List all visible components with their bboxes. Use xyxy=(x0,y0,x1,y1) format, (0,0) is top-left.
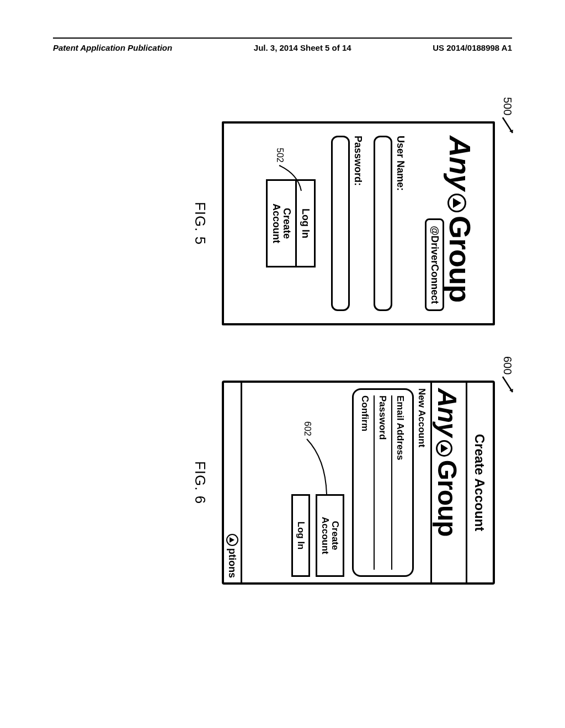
brand-any: Any xyxy=(443,136,477,190)
ref-500-pointer: 500 xyxy=(500,97,515,138)
options-bar[interactable]: ptions xyxy=(224,383,242,582)
login-screen: Any Group @DriverConnect User Name: Pass… xyxy=(222,121,495,325)
ref-600-pointer: 600 xyxy=(500,356,515,398)
figure-5: 500 Any Group @DriverConnect User Name: … xyxy=(70,121,495,325)
brand-any: Any xyxy=(432,388,462,437)
header-right: US 2014/0188998 A1 xyxy=(433,43,512,52)
driverconnect-badge: @DriverConnect xyxy=(425,218,444,311)
ref-502: 502 xyxy=(275,148,285,163)
username-label: User Name: xyxy=(395,136,406,311)
header-left: Patent Application Publication xyxy=(53,43,172,52)
ref-602-label: 602 xyxy=(303,421,312,436)
brand-triangle-icon xyxy=(447,194,466,212)
ref-600-label: 600 xyxy=(502,356,514,374)
fig6-caption: FIG. 6 xyxy=(191,461,209,504)
header-center: Jul. 3, 2014 Sheet 5 of 14 xyxy=(254,43,351,52)
figures-rotated-container: 500 Any Group @DriverConnect User Name: … xyxy=(34,141,531,565)
ref-502-label: 502 xyxy=(275,148,285,163)
create-account-button[interactable]: Create Account xyxy=(316,494,344,577)
new-account-fieldset: Email Address Password Confirm xyxy=(352,388,414,577)
create-account-screen: Create Account Any Group New Account Ema… xyxy=(222,381,495,585)
brand-group: Group xyxy=(432,460,462,537)
screen-title: Create Account xyxy=(466,383,493,582)
confirm-field[interactable]: Confirm xyxy=(357,395,374,570)
page-header: Patent Application Publication Jul. 3, 2… xyxy=(53,43,512,52)
brand-logo: Any Group xyxy=(443,136,477,311)
new-account-label: New Account xyxy=(414,383,430,582)
button-stack: Create Account Log In xyxy=(291,494,344,577)
brand-triangle-icon xyxy=(436,440,452,457)
password-input[interactable] xyxy=(331,136,350,311)
email-field[interactable]: Email Address xyxy=(391,395,409,570)
fig5-caption: FIG. 5 xyxy=(191,202,209,245)
password-field[interactable]: Password xyxy=(374,395,391,570)
ref-500-label: 500 xyxy=(502,97,514,115)
login-button[interactable]: Log In xyxy=(291,494,310,577)
username-input[interactable] xyxy=(374,136,392,311)
options-triangle-icon xyxy=(226,534,238,546)
ref-602: 602 xyxy=(302,421,312,436)
password-label: Password: xyxy=(352,136,364,311)
figure-6: 600 Create Account Any Group New Account… xyxy=(70,381,495,585)
options-label: ptions xyxy=(227,548,238,578)
brand-logo: Any Group xyxy=(432,388,462,577)
brand-group: Group xyxy=(443,216,477,302)
